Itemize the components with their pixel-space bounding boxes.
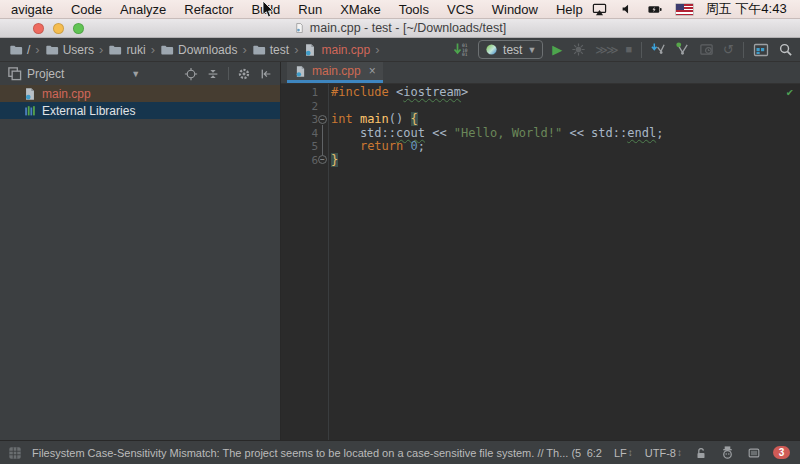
window-title: main.cpp - test - [~/Downloads/test] xyxy=(310,21,506,35)
code-area[interactable]: 1#include <iostream>23int main() {4 std:… xyxy=(281,84,800,167)
menu-item-tools[interactable]: Tools xyxy=(390,0,438,19)
folder-icon xyxy=(45,43,59,57)
line-number: 5 xyxy=(281,140,318,154)
toolwindow-switcher-icon[interactable] xyxy=(8,446,22,460)
menu-item-refactor[interactable]: Refactor xyxy=(175,0,242,19)
update-project-icon[interactable] xyxy=(651,42,666,57)
toolbar-separator xyxy=(641,42,642,58)
binary-download-icon[interactable] xyxy=(453,42,469,58)
fold-marker-icon[interactable]: − xyxy=(318,155,327,164)
line-number: 2 xyxy=(281,100,318,114)
airplay-icon[interactable] xyxy=(592,2,607,17)
menu-item-xmake[interactable]: XMake xyxy=(331,0,389,19)
run-configuration-select[interactable]: test ▼ xyxy=(478,40,543,59)
clion-window: avigateCodeAnalyzeRefactorBuildRunXMakeT… xyxy=(0,0,800,464)
editor-tab-bar: main.cpp × xyxy=(281,62,800,84)
project-tree-item[interactable]: External Libraries xyxy=(0,102,280,119)
breadcrumb-item[interactable]: / xyxy=(7,43,32,57)
folder-icon xyxy=(9,43,23,57)
menu-item-vcs[interactable]: VCS xyxy=(438,0,483,19)
status-bar-widgets: 6:2 LF↕ UTF-8↕ 3 xyxy=(587,445,792,460)
fold-region-line xyxy=(322,125,323,156)
code-line[interactable]: 2 xyxy=(281,100,800,114)
line-separator-widget[interactable]: LF↕ xyxy=(614,447,633,459)
inspections-ok-icon[interactable]: ✔ xyxy=(786,86,793,99)
cpp-file-icon xyxy=(23,87,37,101)
chevron-down-icon[interactable]: ▼ xyxy=(131,69,140,79)
menu-item-avigate[interactable]: avigate xyxy=(2,0,62,19)
settings-gear-icon[interactable] xyxy=(237,67,251,81)
breadcrumb-item[interactable]: ruki xyxy=(106,43,147,57)
project-tree-item[interactable]: main.cpp xyxy=(0,85,280,102)
chevron-down-icon: ▼ xyxy=(527,45,536,55)
write-access-lock-icon[interactable] xyxy=(694,446,708,460)
code-line[interactable]: 3int main() { xyxy=(281,113,800,127)
window-layout-icon[interactable] xyxy=(753,42,769,58)
file-encoding-widget[interactable]: UTF-8↕ xyxy=(645,447,682,459)
close-tab-icon[interactable]: × xyxy=(369,64,376,78)
tab-main-cpp[interactable]: main.cpp × xyxy=(287,62,383,83)
status-message[interactable]: Filesystem Case-Sensitivity Mismatch: Th… xyxy=(32,447,581,459)
project-panel-header: Project ▼ xyxy=(0,62,280,85)
locate-file-icon[interactable] xyxy=(184,67,198,81)
breadcrumb-item[interactable]: main.cpp xyxy=(301,43,372,57)
zoom-window-button[interactable] xyxy=(73,23,84,34)
fold-marker-icon[interactable]: − xyxy=(318,115,327,124)
revert-icon[interactable]: ↺ xyxy=(723,43,734,56)
code-text: std::cout << "Hello, World!" << std::end… xyxy=(318,127,663,141)
menubar-clock[interactable]: 周五 下午4:43 xyxy=(706,0,787,18)
caret-position[interactable]: 6:2 xyxy=(587,447,602,459)
line-number: 6 xyxy=(281,154,318,168)
panel-header-divider xyxy=(228,67,229,80)
chevron-right-icon: › xyxy=(372,42,382,57)
breadcrumb-item[interactable]: Users xyxy=(43,43,96,57)
code-line[interactable]: 5 return 0; xyxy=(281,140,800,154)
chevron-right-icon: › xyxy=(239,42,249,57)
battery-icon[interactable] xyxy=(647,2,663,17)
collapse-all-icon[interactable] xyxy=(206,67,220,81)
updown-icon: ↕ xyxy=(677,447,682,458)
vcs-commit-icon[interactable] xyxy=(675,42,690,57)
hide-panel-icon[interactable] xyxy=(259,67,273,81)
menu-item-help[interactable]: Help xyxy=(547,0,592,19)
breadcrumb-item[interactable]: Downloads xyxy=(158,43,239,57)
minimize-window-button[interactable] xyxy=(53,23,64,34)
folder-icon xyxy=(252,43,266,57)
project-panel-empty xyxy=(0,119,280,440)
chevron-right-icon: › xyxy=(32,42,42,57)
window-title-bar[interactable]: main.cpp - test - [~/Downloads/test] xyxy=(0,19,800,38)
code-text: int main() { xyxy=(318,113,418,127)
menu-item-code[interactable]: Code xyxy=(62,0,111,19)
project-panel-title[interactable]: Project xyxy=(27,67,64,81)
reader-mode-icon[interactable] xyxy=(747,446,761,460)
toolbar-separator xyxy=(743,42,744,58)
history-icon[interactable] xyxy=(699,42,714,57)
run-configuration-label: test xyxy=(503,43,522,57)
hector-inspections-icon[interactable] xyxy=(720,445,735,460)
folder-icon xyxy=(160,43,174,57)
stop-icon[interactable]: ■ xyxy=(625,44,632,55)
breadcrumb-item[interactable]: test xyxy=(250,43,291,57)
volume-icon[interactable] xyxy=(620,2,634,16)
debug-icon[interactable] xyxy=(571,42,586,57)
menu-item-run[interactable]: Run xyxy=(289,0,331,19)
code-text xyxy=(318,100,331,114)
search-everywhere-icon[interactable] xyxy=(778,42,793,57)
project-tree: main.cppExternal Libraries xyxy=(0,85,280,119)
code-line[interactable]: 1#include <iostream> xyxy=(281,86,800,100)
main-area: Project ▼ main.cppExternal Libraries mai… xyxy=(0,62,800,440)
project-tool-icon xyxy=(7,66,22,81)
close-window-button[interactable] xyxy=(33,23,44,34)
profiler-icon[interactable]: ≫≫ xyxy=(595,44,616,56)
gutter-separator xyxy=(328,84,329,440)
editor-area: main.cpp × − − 1#include <iostream>23int… xyxy=(281,62,800,440)
notifications-badge[interactable]: 3 xyxy=(773,446,790,459)
code-line[interactable]: 6} xyxy=(281,154,800,168)
menu-item-window[interactable]: Window xyxy=(483,0,547,19)
tab-label: main.cpp xyxy=(312,64,361,78)
run-button[interactable]: ▶ xyxy=(552,43,562,56)
code-line[interactable]: 4 std::cout << "Hello, World!" << std::e… xyxy=(281,127,800,141)
keyboard-layout-flag-icon[interactable] xyxy=(676,4,693,15)
menu-item-analyze[interactable]: Analyze xyxy=(111,0,175,19)
code-editor[interactable]: − − 1#include <iostream>23int main() {4 … xyxy=(281,84,800,440)
